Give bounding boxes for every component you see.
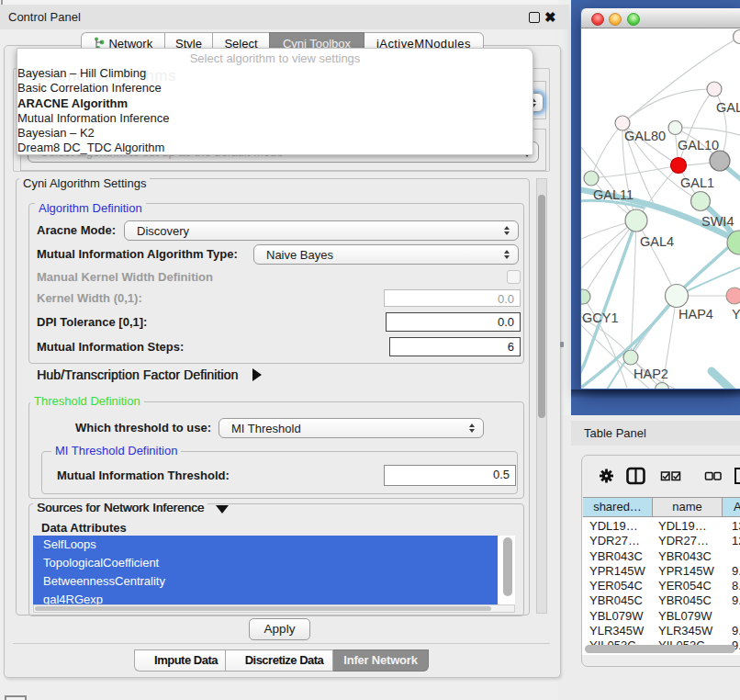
- svg-text:GAL4: GAL4: [640, 234, 674, 249]
- svg-text:HAP2: HAP2: [633, 367, 668, 381]
- svg-text:GCY1: GCY1: [582, 310, 619, 325]
- svg-text:HAP4: HAP4: [678, 307, 713, 322]
- svg-text:GAL11: GAL11: [593, 187, 633, 202]
- svg-text:GAL80: GAL80: [624, 129, 666, 143]
- svg-text:GAL1: GAL1: [716, 100, 740, 115]
- svg-text:GAL1: GAL1: [680, 175, 714, 190]
- svg-text:Y: Y: [732, 307, 740, 322]
- svg-text:GAL10: GAL10: [678, 138, 719, 152]
- svg-text:SWI4: SWI4: [701, 214, 734, 229]
